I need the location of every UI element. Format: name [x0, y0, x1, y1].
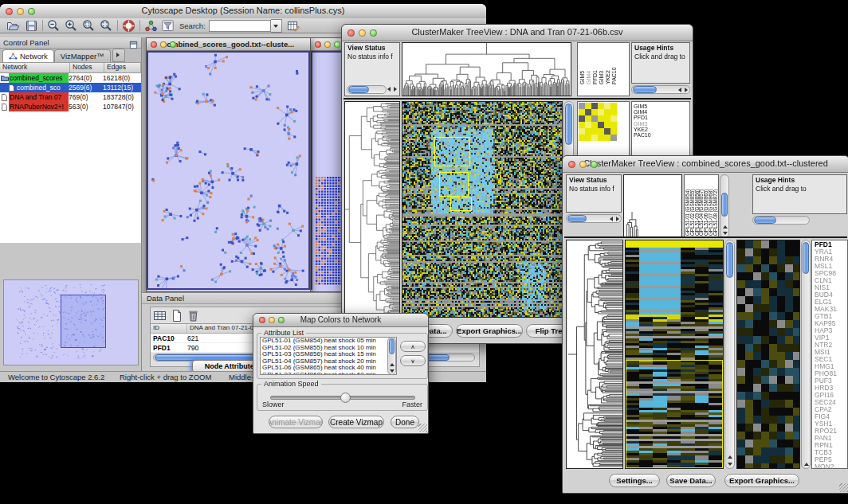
column-dendrogram-canvas[interactable] [624, 175, 681, 237]
resize-grip[interactable] [839, 483, 848, 492]
scrollbar-thumb[interactable] [348, 86, 369, 93]
gene-label[interactable]: MON2 [812, 463, 847, 469]
scrollbar-thumb[interactable] [565, 104, 572, 145]
column-header-id[interactable]: ID [151, 324, 187, 333]
zoom-window-icon[interactable] [28, 8, 35, 15]
usage-hints-hscrollbar[interactable] [631, 85, 690, 94]
slider-thumb[interactable] [340, 393, 351, 403]
animate-vizmap-button[interactable]: Animate Vizmap [269, 416, 323, 428]
new-attribute-icon[interactable] [170, 309, 183, 322]
row-label[interactable]: GIM3 [632, 121, 689, 127]
close-icon[interactable] [6, 8, 13, 15]
column-label[interactable]: YKE2 [605, 57, 611, 84]
row-label[interactable]: YKE2 [632, 127, 689, 132]
vizmapper-icon[interactable] [144, 19, 158, 33]
scroll-down-icon[interactable] [723, 232, 728, 235]
column-label[interactable]: GIM5 [579, 57, 586, 84]
minimize-icon[interactable] [324, 41, 331, 48]
row-dendrogram-panel[interactable] [566, 240, 623, 469]
heatmap-canvas[interactable] [626, 240, 723, 468]
search-dropdown-button[interactable] [271, 19, 282, 33]
row-label[interactable]: GIM5 [632, 104, 689, 109]
column-header-edges[interactable]: Edges [104, 63, 141, 72]
column-label[interactable]: PAC10 [611, 57, 618, 84]
network-overview-canvas[interactable] [4, 280, 138, 365]
minimize-icon[interactable] [359, 29, 366, 37]
close-icon[interactable] [347, 29, 355, 37]
minimize-icon[interactable] [17, 8, 24, 15]
export-graphics-button[interactable]: Export Graphics... [456, 324, 523, 338]
heatmap-panel[interactable] [625, 240, 724, 469]
scrollbar-thumb[interactable] [721, 193, 728, 217]
column-dendrogram-panel[interactable] [623, 174, 682, 238]
network-row[interactable]: RNAPuberNov2+!563(0)107847(0) [0, 102, 141, 111]
attribute-item[interactable]: GPL51-07 (GSM868) heat shock 60 min [261, 372, 396, 375]
row-dendrogram-panel[interactable] [344, 101, 400, 318]
scrollbar-thumb[interactable] [754, 217, 776, 224]
done-button[interactable]: Done [391, 416, 419, 428]
heatmap-canvas[interactable] [402, 102, 562, 317]
minimize-icon[interactable] [160, 41, 167, 48]
main-titlebar[interactable]: Cytoscape Desktop (Session Name: collins… [0, 4, 486, 19]
usage-hints-hscrollbar[interactable] [752, 216, 810, 225]
row-label[interactable]: GIM4 [632, 109, 689, 115]
settings-button[interactable]: Settings... [609, 474, 660, 487]
zoomed-heatmap-canvas[interactable] [579, 103, 617, 141]
scrollbar-thumb[interactable] [389, 338, 395, 354]
column-header-nodes[interactable]: Nodes [70, 63, 104, 72]
animation-speed-slider[interactable] [270, 396, 415, 400]
treeview2-titlebar[interactable]: ClusterMaker TreeView : combined_scores_… [563, 156, 848, 173]
view-status-hscrollbar[interactable] [566, 214, 622, 223]
scroll-right-icon[interactable] [616, 217, 619, 221]
scrollbar-thumb[interactable] [633, 86, 657, 93]
select-attributes-icon[interactable] [153, 309, 167, 322]
zoom-window-icon[interactable] [170, 41, 176, 48]
column-labels[interactable]: GPL51-01 (GSM854)GPL51-02 (GSM855)GPL51-… [685, 175, 718, 236]
network-view-titlebar[interactable]: combined_scores_good.txt--cluste... [147, 38, 310, 51]
column-label[interactable]: GIM3 [599, 57, 605, 84]
scroll-down-icon[interactable] [390, 369, 395, 373]
scroll-up-icon[interactable] [728, 455, 732, 459]
zoom-out-icon[interactable] [47, 19, 61, 33]
tab-network[interactable]: Network [2, 49, 54, 62]
column-header-network[interactable]: Network [0, 63, 70, 72]
network-canvas[interactable] [148, 53, 307, 288]
row-dendrogram-canvas[interactable] [345, 102, 399, 317]
zoom-window-icon[interactable] [334, 41, 340, 48]
close-icon[interactable] [315, 41, 321, 48]
gene-labels[interactable]: PFD1YRA1RNR4MSL1SPC98CLN1NIS1BUD4ELG1MAK… [812, 241, 847, 469]
close-icon[interactable] [568, 161, 575, 168]
row-labels[interactable]: GIM5GIM4PFD1GIM3YKE2PAC10 [632, 104, 689, 138]
attribute-browser-icon[interactable] [287, 19, 300, 33]
row-dendrogram-canvas[interactable] [567, 240, 622, 468]
scroll-up-icon[interactable] [723, 225, 728, 229]
resize-grip[interactable] [418, 424, 427, 432]
scroll-right-icon[interactable] [394, 87, 397, 92]
column-label[interactable]: GIM4 [586, 57, 592, 84]
tab-vizmapper[interactable]: VizMapper™ [54, 49, 111, 62]
zoom-window-icon[interactable] [370, 29, 377, 37]
close-icon[interactable] [259, 317, 265, 323]
heatmap-vscrollbar[interactable] [724, 240, 735, 469]
column-label[interactable]: GPL51-08 (GSM872) [713, 175, 718, 236]
zoom-window-icon[interactable] [591, 161, 598, 168]
scrollbar-thumb[interactable] [567, 215, 587, 222]
help-icon[interactable] [122, 19, 135, 33]
network-row[interactable]: combined_sco2569(6)13112(15) [0, 83, 141, 92]
scrollbar-thumb[interactable] [726, 242, 733, 278]
zoom-window-icon[interactable] [278, 317, 285, 323]
minimize-icon[interactable] [269, 317, 275, 323]
scroll-down-icon[interactable] [728, 463, 732, 466]
heatmap-panel[interactable] [402, 101, 563, 318]
move-up-button[interactable]: ∧ [400, 341, 426, 352]
open-icon[interactable] [6, 19, 20, 33]
scroll-left-icon[interactable] [387, 87, 391, 92]
column-labels[interactable]: GIM5GIM4PFD1GIM3YKE2PAC10 [579, 57, 618, 84]
column-dendrogram-panel[interactable] [402, 42, 571, 96]
scroll-up-icon[interactable] [390, 363, 395, 366]
zoomed-heatmap-panel[interactable] [736, 240, 800, 469]
row-label[interactable]: PFD1 [632, 115, 689, 120]
zoom-selected-icon[interactable] [82, 19, 96, 33]
scroll-up-icon[interactable] [804, 463, 809, 466]
attribute-list-vscrollbar[interactable] [387, 337, 396, 375]
